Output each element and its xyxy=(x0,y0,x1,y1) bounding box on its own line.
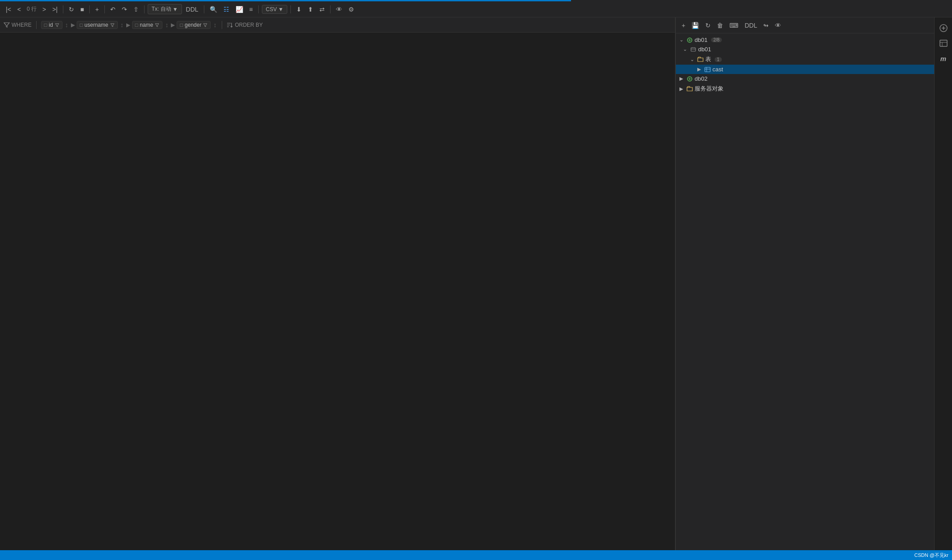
tree-arrow-tables: ⌄ xyxy=(690,57,695,62)
tree-label-db01-root: db01 xyxy=(695,37,708,43)
up-button[interactable]: ⇧ xyxy=(131,5,141,14)
sep3 xyxy=(104,5,105,13)
view-button[interactable]: 👁 xyxy=(334,5,344,14)
icon-bar-m[interactable]: m xyxy=(936,51,951,66)
icon-bar: m xyxy=(934,17,952,550)
nav-first-button[interactable]: |< xyxy=(4,5,13,14)
tree-arrow-server-objects: ▶ xyxy=(679,86,685,92)
right-panel: + 💾 ↻ 🗑 ⌨ DDL ↬ 👁 ⌄ db01 2/8 ⌄ db01 xyxy=(675,17,934,550)
tree-add-button[interactable]: + xyxy=(679,21,687,30)
progress-bar xyxy=(0,0,571,1)
status-bar: CSDN @不见kr xyxy=(0,550,952,560)
tree-delete-button[interactable]: 🗑 xyxy=(715,21,725,30)
icon-bar-table[interactable] xyxy=(936,36,951,50)
status-right: CSDN @不见kr xyxy=(914,552,948,559)
server-objects-icon xyxy=(687,86,693,92)
col-label-username: username xyxy=(84,22,108,28)
tree-label-db02: db02 xyxy=(695,75,708,82)
row-count: 0 行 xyxy=(25,5,38,13)
tree-item-db02[interactable]: ▶ db02 xyxy=(676,74,934,83)
tree-item-db01-inner[interactable]: ⌄ db01 xyxy=(676,45,934,54)
col-arrow2: ▶ xyxy=(126,22,130,28)
data-area[interactable] xyxy=(0,33,675,550)
sync-button[interactable]: ⇄ xyxy=(317,5,327,14)
orderby-label: ORDER BY xyxy=(235,22,263,28)
tree-refresh-button[interactable]: ↻ xyxy=(703,21,713,30)
svg-rect-2 xyxy=(705,67,710,72)
col-label-name: name xyxy=(140,22,153,28)
tree-link-button[interactable]: ↬ xyxy=(761,21,771,30)
col-label-id: id xyxy=(49,22,53,28)
db01-root-icon xyxy=(687,37,693,43)
add-row-button[interactable]: + xyxy=(93,5,101,14)
tree-item-tables[interactable]: ⌄ 表 1 xyxy=(676,54,934,65)
nav-last-button[interactable]: >| xyxy=(50,5,60,14)
left-panel: WHERE □ id ↕ ▶ □ username ↕ ▶ □ name xyxy=(0,17,675,550)
col-icon-username: □ xyxy=(80,22,83,28)
sep1 xyxy=(63,5,63,13)
filter-icon-name xyxy=(155,23,159,27)
col-sep1: ↕ xyxy=(64,21,69,29)
main-toolbar: |< < 0 行 > >| ↻ ■ + ↶ ↷ ⇧ Tx: 自动 ▼ DDL 🔍… xyxy=(0,1,952,17)
redo-button[interactable]: ↷ xyxy=(120,5,129,14)
tree-server-button[interactable]: ⌨ xyxy=(727,21,741,30)
tx-button[interactable]: Tx: 自动 ▼ xyxy=(148,4,182,14)
csv-button[interactable]: CSV ▼ xyxy=(262,5,288,14)
tx-label: Tx: 自动 xyxy=(152,5,171,13)
nav-prev-button[interactable]: < xyxy=(15,5,23,14)
filter-sep1 xyxy=(36,21,37,29)
filter-sep2 xyxy=(222,21,222,29)
stop-button[interactable]: ■ xyxy=(78,5,86,14)
tree-ddl-button[interactable]: DDL xyxy=(742,21,759,30)
chart-button[interactable]: 📈 xyxy=(233,5,245,14)
main-layout: WHERE □ id ↕ ▶ □ username ↕ ▶ □ name xyxy=(0,17,952,550)
search-button[interactable]: 🔍 xyxy=(207,5,219,14)
col-sep4: ↕ xyxy=(212,21,217,29)
tree-label-tables: 表 xyxy=(705,55,711,63)
col-chip-gender: □ gender xyxy=(177,21,211,29)
csv-arrow: ▼ xyxy=(278,6,283,12)
tables-folder-icon xyxy=(697,56,704,62)
tree-arrow-cast: ▶ xyxy=(697,66,703,72)
tree-label-cast: cast xyxy=(712,66,723,73)
col-chip-id: □ id xyxy=(41,21,62,29)
col-chip-username: □ username xyxy=(77,21,118,29)
tree-item-server-objects[interactable]: ▶ 服务器对象 xyxy=(676,83,934,94)
tree-arrow-db02: ▶ xyxy=(679,76,685,82)
tree-eye-button[interactable]: 👁 xyxy=(773,21,783,30)
icon-bar-connect[interactable] xyxy=(936,21,951,35)
tree-badge-tables: 1 xyxy=(715,57,722,62)
col-icon-gender: □ xyxy=(180,22,183,28)
settings-button[interactable]: ⚙ xyxy=(346,5,356,14)
import-button[interactable]: ⬆ xyxy=(306,5,315,14)
tree-label-db01-inner: db01 xyxy=(698,46,711,53)
ddl-button-left[interactable]: DDL xyxy=(184,5,201,14)
export-button[interactable]: ⬇ xyxy=(294,5,304,14)
nav-next-button[interactable]: > xyxy=(40,5,48,14)
tree-item-cast[interactable]: ▶ cast xyxy=(676,65,934,74)
undo-button[interactable]: ↶ xyxy=(108,5,118,14)
tree-badge-db01-root: 2/8 xyxy=(711,37,722,42)
refresh-button[interactable]: ↻ xyxy=(66,5,76,14)
cast-table-icon xyxy=(704,66,711,73)
sep6 xyxy=(258,5,259,13)
col-arrow3: ▶ xyxy=(171,22,175,28)
grid-button[interactable]: ☷ xyxy=(221,5,232,14)
where-section: WHERE xyxy=(4,22,32,28)
sep7 xyxy=(290,5,291,13)
form-button[interactable]: ≡ xyxy=(247,5,255,14)
db02-icon xyxy=(687,76,693,82)
tree-item-db01-root[interactable]: ⌄ db01 2/8 xyxy=(676,35,934,45)
orderby-filter-icon xyxy=(227,22,233,28)
tree-arrow-db01-root: ⌄ xyxy=(679,37,685,43)
col-arrow1: ▶ xyxy=(71,22,75,28)
sep5 xyxy=(204,5,204,13)
orderby-section: ORDER BY xyxy=(227,22,263,28)
sep4 xyxy=(144,5,145,13)
sep2 xyxy=(89,5,90,13)
tree-area: ⌄ db01 2/8 ⌄ db01 ⌄ 表 1 ▶ xyxy=(676,33,934,550)
tree-save-button[interactable]: 💾 xyxy=(689,21,701,30)
col-icon-name: □ xyxy=(135,22,138,28)
filter-bar: WHERE □ id ↕ ▶ □ username ↕ ▶ □ name xyxy=(0,17,675,33)
sep8 xyxy=(330,5,331,13)
